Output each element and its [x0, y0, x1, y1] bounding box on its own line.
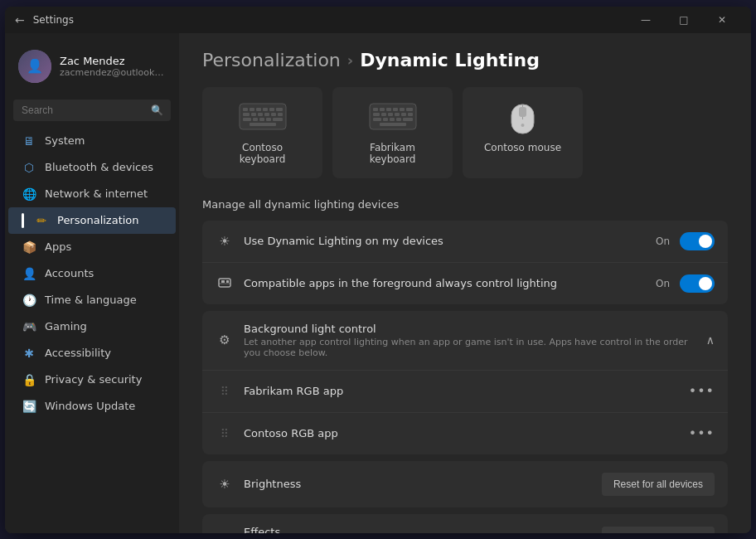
back-button[interactable]: ←: [15, 13, 25, 27]
sidebar-item-accessibility-label: Accessibility: [45, 347, 111, 359]
svg-rect-25: [406, 108, 413, 111]
sidebar-item-update-label: Windows Update: [45, 400, 135, 412]
drag-handle-fabrikam[interactable]: ⠿: [216, 382, 234, 401]
svg-rect-27: [381, 113, 386, 116]
sidebar-item-gaming[interactable]: 🎮 Gaming: [8, 313, 176, 340]
personalization-icon: ✏️: [34, 213, 49, 228]
sidebar-item-system-label: System: [45, 134, 85, 147]
sidebar-item-network[interactable]: 🌐 Network & internet: [8, 181, 176, 207]
maximize-button[interactable]: □: [665, 7, 703, 33]
avatar: 👤: [18, 50, 51, 83]
user-name: Zac Mendez: [60, 55, 166, 67]
svg-rect-21: [380, 108, 385, 111]
svg-rect-11: [271, 113, 276, 116]
svg-rect-18: [250, 123, 276, 126]
svg-rect-30: [401, 113, 406, 116]
search-box[interactable]: 🔍: [13, 100, 171, 121]
device-card-fabrikam-keyboard[interactable]: Fabrikam keyboard: [332, 87, 453, 178]
svg-rect-36: [403, 118, 413, 121]
sidebar: 👤 Zac Mendez zacmendez@outlook.com 🔍 🖥 S…: [5, 33, 179, 533]
network-icon: 🌐: [22, 187, 36, 202]
app-content: 👤 Zac Mendez zacmendez@outlook.com 🔍 🖥 S…: [5, 33, 751, 533]
svg-rect-44: [226, 280, 229, 283]
close-button[interactable]: ✕: [703, 7, 741, 33]
drag-handle-contoso[interactable]: ⠿: [216, 425, 234, 443]
sidebar-item-accounts-label: Accounts: [45, 267, 94, 279]
brightness-title: Brightness: [244, 478, 592, 490]
bluetooth-icon: ⬡: [22, 160, 36, 175]
sidebar-item-gaming-label: Gaming: [45, 320, 87, 333]
svg-rect-7: [243, 113, 250, 116]
setting-background-control[interactable]: ⚙ Background light control Let another a…: [202, 311, 728, 371]
contoso-rgb-more-button[interactable]: •••: [689, 425, 715, 441]
svg-rect-40: [519, 107, 526, 117]
device-name-fabrikam-keyboard: Fabrikam keyboard: [349, 142, 436, 165]
contoso-rgb-title: Contoso RGB app: [244, 427, 679, 439]
background-control-desc: Let another app control lighting when an…: [244, 337, 690, 358]
accounts-icon: 👤: [22, 266, 36, 281]
dynamic-lighting-toggle-container: On: [656, 232, 715, 250]
setting-dynamic-lighting: ☀ Use Dynamic Lighting on my devices On: [202, 221, 728, 263]
brightness-text: Brightness: [244, 478, 592, 490]
setting-contoso-rgb: ⠿ Contoso RGB app •••: [202, 413, 728, 454]
user-section: 👤 Zac Mendez zacmendez@outlook.com: [5, 40, 179, 93]
svg-rect-31: [408, 113, 413, 116]
sidebar-item-bluetooth[interactable]: ⬡ Bluetooth & devices: [8, 154, 176, 181]
device-card-contoso-keyboard[interactable]: Contoso keyboard: [202, 87, 322, 178]
minimize-button[interactable]: —: [627, 7, 665, 33]
settings-group-main: ☀ Use Dynamic Lighting on my devices On: [202, 221, 728, 304]
device-name-contoso-keyboard: Contoso keyboard: [219, 142, 306, 165]
fabrikam-keyboard-icon: [368, 100, 418, 134]
sidebar-item-accounts[interactable]: 👤 Accounts: [8, 260, 176, 287]
search-input[interactable]: [22, 104, 146, 116]
sidebar-item-system[interactable]: 🖥 System: [8, 128, 176, 154]
fabrikam-rgb-more-button[interactable]: •••: [689, 383, 715, 399]
devices-row: Contoso keyboard: [202, 87, 728, 178]
sidebar-item-time[interactable]: 🕐 Time & language: [8, 287, 176, 313]
svg-rect-14: [253, 118, 258, 121]
breadcrumb-separator: ›: [347, 51, 353, 69]
svg-rect-34: [390, 118, 395, 121]
privacy-icon: 🔒: [22, 372, 36, 387]
manage-label: Manage all dynamic lighting devices: [202, 198, 728, 211]
svg-rect-9: [258, 113, 263, 116]
compatible-apps-toggle-label: On: [656, 278, 670, 289]
breadcrumb-current: Dynamic Lighting: [360, 50, 540, 70]
dynamic-lighting-toggle[interactable]: [680, 232, 715, 250]
dynamic-lighting-toggle-label: On: [656, 236, 670, 247]
effects-reset-button[interactable]: Reset for all devices: [602, 527, 715, 533]
sidebar-item-time-label: Time & language: [45, 294, 137, 306]
brightness-reset-button[interactable]: Reset for all devices: [602, 473, 715, 496]
settings-group-background: ⚙ Background light control Let another a…: [202, 311, 728, 454]
svg-rect-20: [373, 108, 378, 111]
svg-rect-15: [259, 118, 264, 121]
svg-rect-8: [251, 113, 256, 116]
fabrikam-rgb-text: Fabrikam RGB app: [244, 385, 679, 397]
search-icon: 🔍: [151, 104, 163, 116]
svg-rect-4: [263, 108, 268, 111]
avatar-image: 👤: [18, 50, 51, 83]
sidebar-item-update[interactable]: 🔄 Windows Update: [8, 393, 176, 420]
sidebar-item-network-label: Network & internet: [45, 187, 148, 200]
svg-rect-26: [373, 113, 380, 116]
sidebar-item-privacy[interactable]: 🔒 Privacy & security: [8, 367, 176, 393]
svg-rect-13: [243, 118, 251, 121]
svg-rect-1: [243, 108, 248, 111]
device-card-contoso-mouse[interactable]: Contoso mouse: [463, 87, 583, 178]
settings-group-effects: ✏ Effects Choose color themes and effect…: [202, 514, 728, 533]
svg-point-41: [521, 124, 525, 127]
setting-brightness: ☀ Brightness Reset for all devices: [202, 461, 728, 507]
svg-rect-29: [395, 113, 400, 116]
compatible-apps-toggle[interactable]: [680, 274, 715, 293]
sidebar-item-personalization[interactable]: ✏️ Personalization: [8, 207, 176, 234]
device-name-contoso-mouse: Contoso mouse: [484, 142, 561, 153]
sidebar-item-apps[interactable]: 📦 Apps: [8, 234, 176, 260]
fabrikam-rgb-title: Fabrikam RGB app: [244, 385, 679, 397]
accessibility-icon: ✱: [22, 346, 36, 361]
sidebar-item-accessibility[interactable]: ✱ Accessibility: [8, 340, 176, 367]
dynamic-lighting-text: Use Dynamic Lighting on my devices: [244, 235, 646, 247]
sidebar-item-personalization-label: Personalization: [57, 214, 139, 226]
svg-rect-16: [266, 118, 271, 121]
setting-effects: ✏ Effects Choose color themes and effect…: [202, 514, 728, 533]
collapse-button[interactable]: ∧: [706, 333, 715, 347]
